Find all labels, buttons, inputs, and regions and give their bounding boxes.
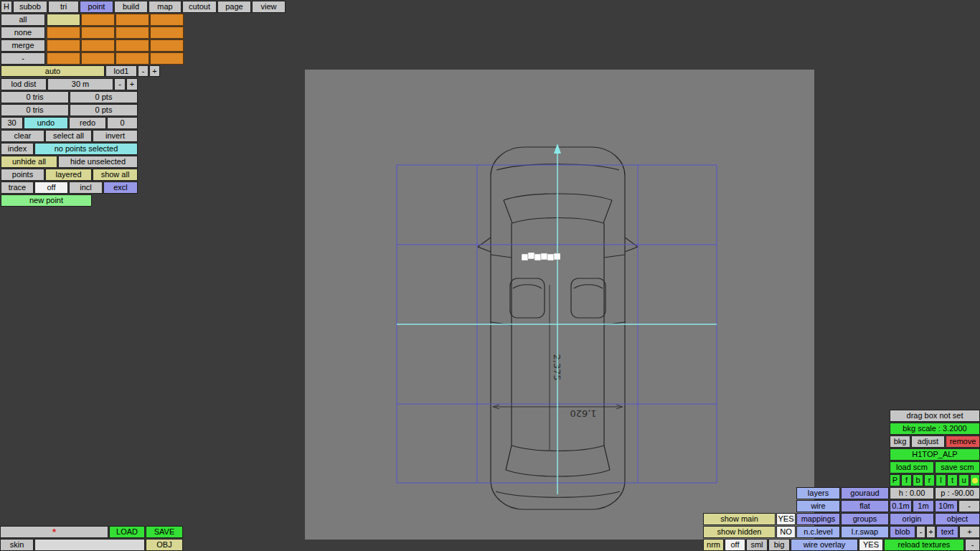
- menu-view[interactable]: view: [252, 1, 286, 13]
- blob-button[interactable]: blob: [890, 526, 915, 538]
- subobject-grid-cell[interactable]: [47, 52, 80, 65]
- lod-dist-plus-button[interactable]: +: [126, 78, 138, 90]
- origin-button[interactable]: origin: [890, 513, 934, 525]
- menu-subob[interactable]: subob: [13, 1, 47, 13]
- view-preset-f-button[interactable]: f: [901, 474, 912, 486]
- blob-plus-button[interactable]: +: [926, 526, 936, 538]
- viewport-canvas[interactable]: 2,375 1,620: [305, 70, 814, 540]
- menu-build[interactable]: build: [114, 1, 148, 13]
- mappings-button[interactable]: mappings: [796, 513, 840, 525]
- groups-button[interactable]: groups: [841, 513, 889, 525]
- subobject-merge-button[interactable]: merge: [1, 39, 45, 52]
- filename-input[interactable]: [34, 539, 145, 551]
- reload-textures-button[interactable]: reload textures: [884, 539, 964, 551]
- view-preset-u-button[interactable]: u: [958, 474, 969, 486]
- nrm-sml-button[interactable]: sml: [746, 539, 768, 551]
- trace-excl-button[interactable]: excl: [103, 182, 138, 194]
- object-button[interactable]: object: [935, 513, 980, 525]
- lod-minus-button[interactable]: -: [138, 65, 149, 77]
- load-button[interactable]: LOAD: [109, 526, 145, 538]
- obj-export-button[interactable]: OBJ: [146, 539, 183, 551]
- show-hidden-toggle[interactable]: NO: [776, 526, 796, 538]
- subobject-grid-cell[interactable]: [81, 14, 115, 26]
- menu-page[interactable]: page: [217, 1, 251, 13]
- subobject-minus-button[interactable]: -: [1, 52, 45, 65]
- text-plus-button[interactable]: +: [959, 526, 980, 538]
- bkg-adjust-button[interactable]: adjust: [911, 435, 945, 448]
- blob-minus-button[interactable]: -: [916, 526, 925, 538]
- show-hidden-button[interactable]: show hidden: [703, 526, 776, 538]
- trace-incl-button[interactable]: incl: [69, 182, 103, 194]
- index-button[interactable]: index: [1, 143, 34, 155]
- select-all-button[interactable]: select all: [45, 130, 92, 142]
- subobject-grid-cell[interactable]: [116, 14, 149, 26]
- flat-button[interactable]: flat: [841, 500, 889, 512]
- view-preset-t-button[interactable]: t: [947, 474, 958, 486]
- bkg-button[interactable]: bkg: [890, 435, 910, 448]
- wire-overlay-button[interactable]: wire overlay: [791, 539, 858, 551]
- subobject-grid-cell[interactable]: [116, 52, 149, 65]
- menu-tri[interactable]: tri: [48, 1, 79, 13]
- lod-dist-value[interactable]: 30 m: [47, 78, 113, 90]
- selected-points[interactable]: [522, 253, 560, 260]
- view-preset-l-button[interactable]: l: [936, 474, 946, 486]
- hide-unselected-button[interactable]: hide unselected: [58, 156, 138, 168]
- nrm-big-button[interactable]: big: [768, 539, 790, 551]
- trace-button[interactable]: trace: [1, 182, 34, 194]
- points-button[interactable]: points: [1, 169, 44, 181]
- nrm-button[interactable]: nrm: [703, 539, 724, 551]
- subobject-grid-cell[interactable]: [47, 39, 80, 52]
- layered-button[interactable]: layered: [45, 169, 92, 181]
- subobject-all-button[interactable]: all: [1, 14, 45, 26]
- view-preset-b-button[interactable]: b: [913, 474, 923, 486]
- gouraud-button[interactable]: gouraud: [841, 487, 889, 499]
- view-preset-r-button[interactable]: r: [924, 474, 935, 486]
- menu-cutout[interactable]: cutout: [182, 1, 217, 13]
- bkg-remove-button[interactable]: remove: [946, 435, 980, 448]
- unhide-all-button[interactable]: unhide all: [1, 156, 57, 168]
- subobject-grid-cell[interactable]: [81, 52, 115, 65]
- subobject-grid-cell[interactable]: [150, 14, 184, 26]
- nc-level-button[interactable]: n.c.level: [796, 526, 840, 538]
- new-point-button[interactable]: new point: [1, 194, 92, 207]
- reload-minus-button[interactable]: -: [965, 539, 980, 551]
- show-main-toggle[interactable]: YES: [776, 513, 796, 525]
- menu-h[interactable]: H: [1, 1, 12, 13]
- grid-minus-button[interactable]: -: [958, 500, 980, 512]
- show-all-button[interactable]: show all: [93, 169, 138, 181]
- lod-auto-button[interactable]: auto: [1, 65, 105, 77]
- grid-1m-button[interactable]: 1m: [913, 500, 934, 512]
- subobject-grid-cell[interactable]: [116, 27, 149, 39]
- menu-point[interactable]: point: [80, 1, 113, 13]
- wire-overlay-toggle[interactable]: YES: [859, 539, 883, 551]
- nrm-off-button[interactable]: off: [725, 539, 745, 551]
- undo-button[interactable]: undo: [24, 117, 68, 129]
- subobject-grid-cell[interactable]: [47, 14, 80, 26]
- grid-01m-button[interactable]: 0.1m: [890, 500, 912, 512]
- save-scm-button[interactable]: save scm: [935, 461, 980, 474]
- texture-name-button[interactable]: H1TOP_ALP: [890, 448, 980, 461]
- show-main-button[interactable]: show main: [703, 513, 776, 525]
- lod-dist-label[interactable]: lod dist: [1, 78, 47, 90]
- layers-button[interactable]: layers: [796, 487, 840, 499]
- grid-10m-button[interactable]: 10m: [935, 500, 958, 512]
- lr-swap-button[interactable]: l.r.swap: [841, 526, 889, 538]
- load-scm-button[interactable]: load scm: [890, 461, 934, 474]
- subobject-grid-cell[interactable]: [150, 52, 184, 65]
- skin-button[interactable]: skin: [0, 539, 34, 551]
- viewport-svg[interactable]: 2,375 1,620: [305, 70, 814, 540]
- subobject-grid-cell[interactable]: [150, 27, 184, 39]
- wire-button[interactable]: wire: [796, 500, 840, 512]
- menu-map[interactable]: map: [149, 1, 182, 13]
- subobject-grid-cell[interactable]: [81, 39, 115, 52]
- lod-plus-button[interactable]: +: [149, 65, 160, 77]
- subobject-grid-cell[interactable]: [116, 39, 149, 52]
- redo-button[interactable]: redo: [69, 117, 106, 129]
- view-preset-p-button[interactable]: P: [890, 474, 900, 486]
- subobject-grid-cell[interactable]: [81, 27, 115, 39]
- save-button[interactable]: SAVE: [146, 526, 183, 538]
- trace-off-button[interactable]: off: [34, 182, 68, 194]
- lod-dist-minus-button[interactable]: -: [114, 78, 126, 90]
- subobject-none-button[interactable]: none: [1, 27, 45, 39]
- subobject-grid-cell[interactable]: [150, 39, 184, 52]
